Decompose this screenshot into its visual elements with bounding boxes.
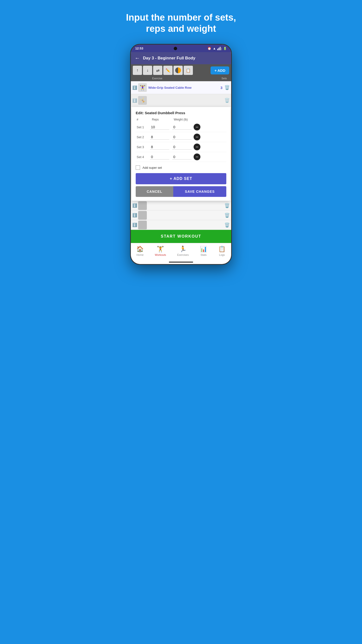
- remove-set-button-4[interactable]: −: [194, 154, 200, 160]
- status-bar: 12:53 ⏰ ▲ 🔋: [131, 44, 231, 52]
- set-row-4: Set 4 −: [136, 152, 226, 162]
- stats-icon: 📊: [200, 246, 207, 252]
- start-workout-button[interactable]: START WORKOUT: [131, 230, 231, 243]
- workouts-icon: 🏋️: [157, 246, 164, 252]
- exercise-thumbnail: [138, 221, 147, 230]
- nav-label-exercises: Exercises: [177, 254, 189, 256]
- exercises-icon: 🏃: [179, 246, 187, 252]
- screen-title: Day 3 - Beginner Full Body: [143, 56, 195, 60]
- nav-label-home: Home: [136, 254, 143, 256]
- alarm-icon: ⏰: [207, 46, 211, 50]
- camera-notch: [174, 47, 177, 50]
- nav-label-workouts: Workouts: [155, 254, 166, 256]
- exercise-thumbnail: 🏋️‍♀️: [138, 83, 147, 92]
- toolbar-left: ↑ ↓ ⇄ ✏️ 📋: [133, 66, 193, 75]
- info-icon: ℹ️: [132, 98, 137, 103]
- set-reps-input-3[interactable]: [150, 144, 169, 150]
- nav-item-stats[interactable]: 📊 Stats: [200, 246, 207, 256]
- set-weight-input-2[interactable]: [172, 134, 192, 140]
- set-label-1: Set 1: [137, 125, 150, 129]
- chart-button[interactable]: [173, 66, 183, 75]
- status-icons: ⏰ ▲ 🔋: [207, 46, 227, 50]
- delete-exercise-button[interactable]: 🗑️: [224, 203, 230, 208]
- set-label-3: Set 3: [137, 145, 150, 149]
- set-row-2: Set 2 −: [136, 132, 226, 142]
- move-down-button[interactable]: ↓: [143, 66, 152, 75]
- exercise-row: ℹ️ 🤸 🗑️: [131, 94, 231, 107]
- set-reps-input-1[interactable]: [150, 124, 169, 130]
- add-exercise-button[interactable]: + ADD: [211, 66, 229, 74]
- toolbar-labels: Exercise Sets: [131, 76, 231, 81]
- modal-actions: CANCEL SAVE CHANGES: [136, 186, 226, 197]
- logs-icon: 📋: [218, 246, 226, 252]
- nav-label-logs: Logs: [219, 254, 225, 256]
- set-row-1: Set 1 −: [136, 122, 226, 132]
- nav-item-workouts[interactable]: 🏋️ Workouts: [155, 246, 166, 256]
- col-num-header: #: [137, 118, 150, 121]
- exercise-label: Exercise: [152, 77, 162, 80]
- info-icon[interactable]: ℹ️: [132, 85, 137, 90]
- set-row-3: Set 3 −: [136, 142, 226, 152]
- nav-label-stats: Stats: [200, 254, 206, 256]
- nav-item-logs[interactable]: 📋 Logs: [218, 246, 226, 256]
- home-bar: [131, 260, 231, 264]
- exercise-row: ℹ️ 🏋️‍♀️ Wide-Grip Seated Cable Row 3 🗑️: [131, 81, 231, 94]
- exercise-set-count: 3: [221, 86, 222, 90]
- home-pill: [169, 262, 193, 262]
- clipboard-button[interactable]: 📋: [184, 66, 193, 75]
- set-label-2: Set 2: [137, 135, 150, 139]
- wifi-icon: ▲: [213, 46, 216, 50]
- back-button[interactable]: ←: [135, 55, 140, 61]
- home-icon: 🏠: [136, 246, 144, 252]
- top-bar: ← Day 3 - Beginner Full Body: [131, 52, 231, 64]
- set-reps-input-4[interactable]: [150, 154, 169, 160]
- exercise-row: ℹ️ 🗑️: [131, 210, 231, 220]
- modal-title: Edit: Seated Dumbbell Press: [136, 111, 226, 115]
- info-icon: ℹ️: [132, 222, 137, 227]
- super-set-label: Add super set: [142, 166, 162, 170]
- exercise-thumbnail: [138, 211, 147, 220]
- remove-set-button-1[interactable]: −: [194, 124, 200, 130]
- exercise-row: ℹ️ 🗑️: [131, 220, 231, 230]
- status-time: 12:53: [135, 46, 143, 50]
- chart-icon: [175, 68, 181, 73]
- delete-exercise-button[interactable]: 🗑️: [224, 98, 230, 103]
- set-weight-input-4[interactable]: [172, 154, 192, 160]
- info-icon: ℹ️: [132, 203, 137, 208]
- exercise-list: ℹ️ 🏋️‍♀️ Wide-Grip Seated Cable Row 3 🗑️…: [131, 81, 231, 230]
- remove-set-button-3[interactable]: −: [194, 144, 200, 150]
- exercise-name: Wide-Grip Seated Cable Row: [148, 86, 221, 90]
- bottom-nav: 🏠 Home 🏋️ Workouts 🏃 Exercises 📊 Stats 📋: [131, 243, 231, 260]
- cancel-button[interactable]: CANCEL: [136, 186, 173, 197]
- nav-item-home[interactable]: 🏠 Home: [136, 246, 144, 256]
- super-set-checkbox[interactable]: [136, 165, 140, 170]
- exercise-figure: 🤸: [140, 98, 146, 103]
- edit-button[interactable]: ✏️: [163, 66, 173, 75]
- modal-column-headers: # Reps Weight (lb): [136, 118, 226, 121]
- remove-set-button-2[interactable]: −: [194, 134, 200, 140]
- set-weight-input-3[interactable]: [172, 144, 192, 150]
- exercise-row: ℹ️ 🗑️: [131, 201, 231, 210]
- set-weight-input-1[interactable]: [172, 124, 192, 130]
- add-set-button[interactable]: + ADD SET: [136, 173, 226, 184]
- move-up-button[interactable]: ↑: [133, 66, 142, 75]
- col-reps-header: Reps: [150, 118, 172, 121]
- shuffle-button[interactable]: ⇄: [153, 66, 162, 75]
- delete-exercise-button[interactable]: 🗑️: [224, 222, 230, 228]
- super-set-row: Add super set: [136, 165, 226, 170]
- toolbar: ↑ ↓ ⇄ ✏️ 📋 + ADD: [131, 64, 231, 76]
- phone-shell: 12:53 ⏰ ▲ 🔋 ← Day 3 - Beginner: [130, 44, 232, 265]
- delete-exercise-button[interactable]: 🗑️: [224, 213, 230, 218]
- set-reps-input-2[interactable]: [150, 134, 169, 140]
- exercise-thumbnail: [138, 201, 147, 210]
- exercise-figure: 🏋️‍♀️: [140, 84, 146, 90]
- signal-bars: [217, 47, 222, 50]
- battery-icon: 🔋: [223, 47, 227, 50]
- sets-label: Sets: [221, 77, 227, 80]
- col-weight-header: Weight (lb): [172, 118, 196, 121]
- save-changes-button[interactable]: SAVE CHANGES: [173, 186, 226, 197]
- delete-exercise-button[interactable]: 🗑️: [224, 85, 230, 90]
- exercise-thumbnail: 🤸: [138, 96, 147, 105]
- info-icon: ℹ️: [132, 213, 137, 218]
- nav-item-exercises[interactable]: 🏃 Exercises: [177, 246, 189, 256]
